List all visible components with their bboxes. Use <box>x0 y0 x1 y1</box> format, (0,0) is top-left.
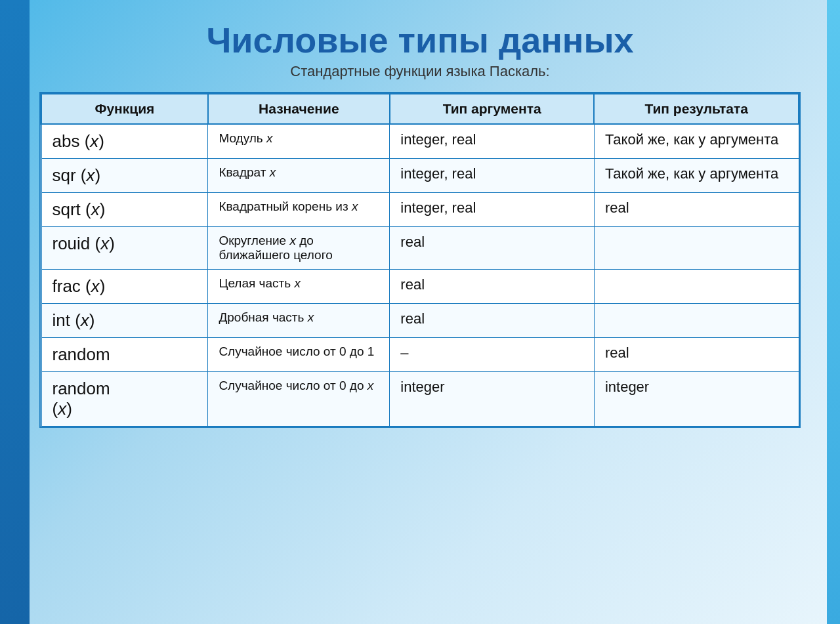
cell-result-type: Такой же, как у аргумента <box>594 159 799 193</box>
cell-function: abs (x) <box>41 124 208 159</box>
table-row: frac (x)Целая часть xreal <box>41 270 799 304</box>
cell-function: sqrt (x) <box>41 193 208 227</box>
table-row: randomСлучайное число от 0 до 1–real <box>41 338 799 372</box>
cell-arg-type: real <box>390 227 595 270</box>
col-header-arg-type: Тип аргумента <box>390 94 595 124</box>
col-header-function: Функция <box>41 94 208 124</box>
cell-arg-type: integer, real <box>390 124 595 159</box>
cell-arg-type: – <box>390 338 595 372</box>
cell-arg-type: integer, real <box>390 193 595 227</box>
cell-result-type <box>594 227 799 270</box>
cell-function: frac (x) <box>41 270 208 304</box>
table-row: int (x)Дробная часть xreal <box>41 304 799 338</box>
cell-result-type: real <box>594 338 799 372</box>
col-header-result-type: Тип результата <box>594 94 799 124</box>
main-table-container: Функция Назначение Тип аргумента Тип рез… <box>39 92 801 428</box>
page-subtitle: Стандартные функции языка Паскаль: <box>290 63 549 80</box>
cell-description: Квадратный корень из x <box>208 193 390 227</box>
cell-description: Целая часть x <box>208 270 390 304</box>
cell-function: random <box>41 338 208 372</box>
cell-description: Квадрат x <box>208 159 390 193</box>
cell-function: int (x) <box>41 304 208 338</box>
cell-arg-type: real <box>390 304 595 338</box>
table-row: rouid (x)Округление x до ближайшего цело… <box>41 227 799 270</box>
cell-description: Модуль x <box>208 124 390 159</box>
page-title: Числовые типы данных <box>206 20 633 60</box>
table-row: sqr (x)Квадрат xinteger, realТакой же, к… <box>41 159 799 193</box>
cell-result-type <box>594 304 799 338</box>
cell-result-type: Такой же, как у аргумента <box>594 124 799 159</box>
cell-arg-type: integer, real <box>390 159 595 193</box>
cell-description: Округление x до ближайшего целого <box>208 227 390 270</box>
cell-function: sqr (x) <box>41 159 208 193</box>
cell-arg-type: integer <box>390 372 595 426</box>
table-row: sqrt (x)Квадратный корень из xinteger, r… <box>41 193 799 227</box>
cell-result-type: real <box>594 193 799 227</box>
col-header-purpose: Назначение <box>208 94 390 124</box>
cell-arg-type: real <box>390 270 595 304</box>
cell-function: rouid (x) <box>41 227 208 270</box>
cell-result-type <box>594 270 799 304</box>
cell-description: Случайное число от 0 до 1 <box>208 338 390 372</box>
cell-function: random(x) <box>41 372 208 426</box>
cell-result-type: integer <box>594 372 799 426</box>
functions-table: Функция Назначение Тип аргумента Тип рез… <box>41 93 799 426</box>
cell-description: Дробная часть x <box>208 304 390 338</box>
cell-description: Случайное число от 0 до x <box>208 372 390 426</box>
table-row: abs (x)Модуль xinteger, realТакой же, ка… <box>41 124 799 159</box>
table-header-row: Функция Назначение Тип аргумента Тип рез… <box>41 94 799 124</box>
table-row: random(x)Случайное число от 0 до xintege… <box>41 372 799 426</box>
